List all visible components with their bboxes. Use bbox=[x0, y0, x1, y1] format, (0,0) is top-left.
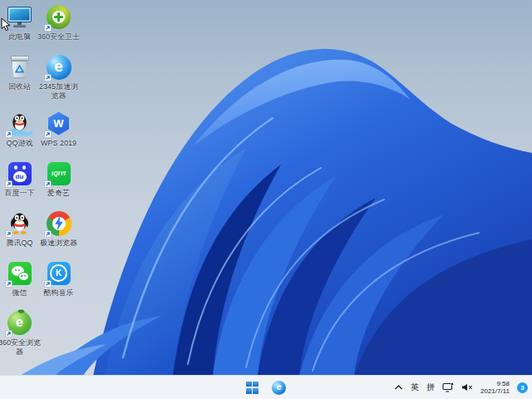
clock[interactable]: 9:58 2021/7/11 bbox=[480, 380, 510, 395]
recycle-symbol-icon bbox=[15, 65, 24, 73]
volume-muted-icon[interactable] bbox=[461, 383, 473, 392]
shortcut-arrow-icon bbox=[5, 330, 12, 337]
speed-browser-icon bbox=[45, 209, 72, 237]
chevron-up-icon bbox=[394, 385, 403, 390]
shortcut-arrow-icon bbox=[44, 230, 52, 238]
browser-e-icon: e bbox=[272, 381, 286, 395]
shortcut-arrow-icon bbox=[5, 180, 12, 188]
taskbar-center-group: e bbox=[244, 376, 288, 399]
wallpaper-bloom bbox=[0, 0, 532, 376]
icon-label: 360安全卫士 bbox=[36, 32, 82, 42]
kugou-icon: K bbox=[45, 259, 72, 287]
desktop-icon-kugou[interactable]: K 酷狗音乐 bbox=[40, 259, 77, 298]
clock-date: 2021/7/11 bbox=[480, 387, 510, 395]
desktop-icon-wps-2019[interactable]: W WPS 2019 bbox=[40, 110, 77, 148]
ime-language-indicator[interactable]: 英 bbox=[411, 382, 419, 393]
desktop-icon-360-safety-guard[interactable]: 360安全卫士 bbox=[40, 3, 77, 42]
notification-badge[interactable]: 3 bbox=[517, 382, 528, 393]
system-tray: 英 拼 9:58 2021/7/11 3 bbox=[394, 376, 528, 399]
shortcut-arrow-icon bbox=[5, 230, 12, 238]
wps-2019-icon: W bbox=[45, 110, 72, 137]
shortcut-arrow-icon bbox=[44, 74, 52, 81]
shortcut-arrow-icon bbox=[5, 131, 12, 138]
2345-browser-icon: e bbox=[45, 53, 72, 81]
shortcut-arrow-icon bbox=[44, 280, 52, 288]
desktop-icon-speed-browser[interactable]: 极速浏览器 bbox=[40, 209, 77, 248]
icon-label: WPS 2019 bbox=[36, 139, 82, 148]
desktop-icon-360-browser[interactable]: e 360安全浏览器 bbox=[1, 309, 38, 357]
network-icon[interactable] bbox=[442, 382, 454, 392]
speaker-mute-icon bbox=[461, 383, 473, 392]
taskbar-browser-button[interactable]: e bbox=[270, 379, 288, 397]
shortcut-arrow-icon bbox=[5, 280, 12, 288]
network-display-icon bbox=[442, 382, 454, 392]
icon-label: 360安全浏览器 bbox=[0, 338, 42, 357]
desktop-icon-baidu[interactable]: du 百度一下 bbox=[1, 160, 38, 198]
icon-label: 2345加速浏览器 bbox=[37, 82, 81, 101]
shortcut-arrow-icon bbox=[44, 180, 52, 188]
icon-label: 酷狗音乐 bbox=[36, 288, 82, 298]
iqiyi-icon: iQIYI bbox=[45, 160, 72, 187]
wechat-icon bbox=[6, 259, 33, 287]
360-safety-guard-icon bbox=[45, 3, 72, 31]
qq-games-icon bbox=[6, 110, 33, 137]
desktop-icon-2345-browser[interactable]: e 2345加速浏览器 bbox=[40, 53, 77, 101]
tencent-qq-icon bbox=[6, 209, 33, 237]
baidu-icon: du bbox=[6, 160, 33, 187]
windows-logo-icon bbox=[246, 382, 259, 394]
360-browser-icon: e bbox=[6, 309, 33, 337]
tray-expand-button[interactable] bbox=[394, 385, 403, 390]
icon-label: 极速浏览器 bbox=[36, 239, 82, 248]
taskbar: e 英 拼 9:58 2021/7/11 3 bbox=[0, 375, 532, 399]
mouse-cursor bbox=[1, 17, 11, 32]
ime-mode-indicator[interactable]: 拼 bbox=[426, 382, 435, 393]
desktop-icon-tencent-qq[interactable]: 腾讯QQ bbox=[1, 209, 38, 248]
desktop-icon-wechat[interactable]: 微信 bbox=[1, 259, 38, 298]
icon-label: 爱奇艺 bbox=[36, 189, 82, 198]
shortcut-arrow-icon bbox=[44, 131, 52, 138]
recycle-bin-icon bbox=[6, 53, 33, 81]
shortcut-arrow-icon bbox=[44, 24, 52, 32]
lightning-bolt-icon bbox=[54, 216, 64, 230]
desktop-icon-recycle-bin[interactable]: 回收站 bbox=[1, 53, 38, 91]
start-button[interactable] bbox=[244, 380, 260, 396]
desktop-icon-qq-games[interactable]: QQ游戏 bbox=[1, 110, 38, 148]
clock-time: 9:58 bbox=[480, 380, 510, 387]
desktop-icon-iqiyi[interactable]: iQIYI 爱奇艺 bbox=[40, 160, 77, 198]
